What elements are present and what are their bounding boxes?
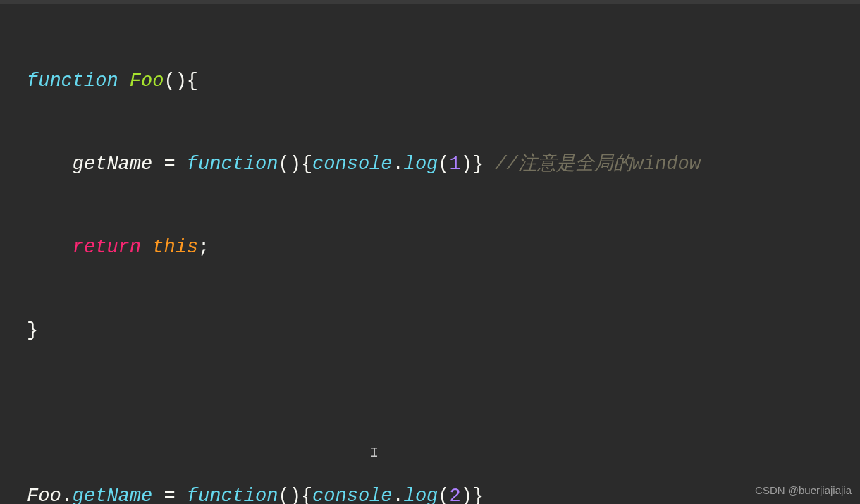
code-line: Foo.getName = function(){console.log(2)} [27, 483, 860, 504]
code-line: getName = function(){console.log(1)} //注… [27, 151, 860, 179]
watermark-text: CSDN @buerjiajiajia [755, 483, 852, 498]
text-cursor-icon: I [370, 443, 379, 463]
code-content[interactable]: function Foo(){ getName = function(){con… [16, 13, 860, 504]
line-number-gutter [0, 13, 16, 504]
code-line: } [27, 317, 860, 345]
code-line: function Foo(){ [27, 68, 860, 96]
code-line [27, 400, 860, 428]
code-editor[interactable]: function Foo(){ getName = function(){con… [0, 0, 860, 504]
code-line: return this; [27, 234, 860, 262]
editor-top-bar [0, 0, 860, 4]
